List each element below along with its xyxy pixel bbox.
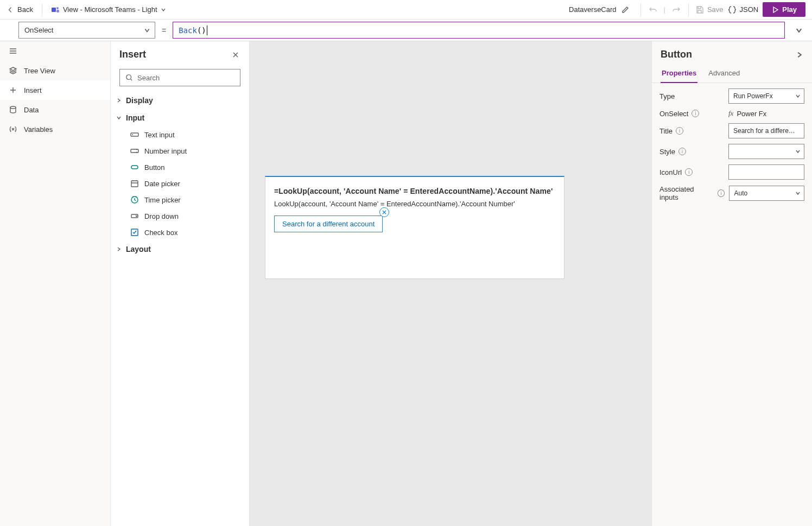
svg-rect-7 (131, 166, 138, 169)
rail-item-data[interactable]: Data (0, 100, 110, 119)
formula-fn: Back (179, 26, 197, 35)
info-icon[interactable]: i (685, 168, 693, 176)
prop-label-onselect: OnSelect (659, 110, 688, 118)
svg-point-4 (126, 75, 131, 80)
calendar-icon (130, 179, 139, 188)
card-subtitle-text[interactable]: LookUp(account, 'Account Name' = Entered… (274, 200, 555, 208)
clock-icon (130, 195, 139, 204)
prop-onselect-value: Power Fx (737, 110, 766, 118)
main-layout: Tree View Insert Data Variables Insert S… (0, 41, 812, 526)
prop-label-title: Title (659, 127, 673, 135)
save-button[interactable]: Save (695, 5, 724, 14)
fx-icon: fx (728, 109, 733, 118)
view-selector[interactable]: View - Microsoft Teams - Light (51, 5, 166, 14)
card-name-editor[interactable]: DataverseCard (569, 5, 633, 14)
play-button[interactable]: Play (763, 2, 805, 17)
rail-item-insert[interactable]: Insert (0, 80, 110, 100)
chevron-down-icon (795, 149, 801, 154)
rail-item-tree-view[interactable]: Tree View (0, 61, 110, 80)
canvas-area[interactable]: =LookUp(account, 'Account Name' = Entere… (250, 41, 651, 526)
text-cursor (207, 26, 207, 35)
checkbox-icon (130, 228, 139, 237)
tab-advanced[interactable]: Advanced (707, 65, 741, 83)
properties-tabs: Properties Advanced (652, 65, 812, 83)
insert-item-button[interactable]: Button (111, 159, 249, 175)
json-button[interactable]: JSON (728, 5, 759, 14)
history-separator: | (662, 5, 668, 14)
prop-label-iconurl: IconUrl (659, 168, 682, 176)
category-label: Input (126, 113, 144, 122)
card-delete-handle[interactable] (379, 207, 389, 217)
info-icon[interactable]: i (676, 127, 683, 135)
card-search-button[interactable]: Search for a different account (274, 216, 383, 232)
view-label: View - Microsoft Teams - Light (63, 5, 157, 14)
insert-item-number-input[interactable]: Number input (111, 143, 249, 159)
formula-input[interactable]: Back() (173, 22, 785, 39)
save-icon (695, 5, 704, 14)
insert-item-label: Time picker (144, 196, 181, 204)
category-label: Layout (126, 245, 151, 254)
layers-icon (9, 66, 17, 75)
card-title-text[interactable]: =LookUp(account, 'Account Name' = Entere… (274, 187, 555, 195)
insert-category-display[interactable]: Display (111, 92, 249, 109)
property-selector[interactable]: OnSelect (18, 22, 155, 39)
chevron-right-icon (116, 246, 122, 252)
text-input-icon (130, 130, 139, 139)
prop-label-associated-inputs: Associated inputs (659, 185, 714, 201)
redo-icon (672, 5, 681, 14)
formula-expand-button[interactable] (790, 22, 808, 39)
play-label: Play (782, 5, 797, 14)
insert-category-layout[interactable]: Layout (111, 240, 249, 258)
rail-item-variables[interactable]: Variables (0, 119, 110, 139)
insert-panel-title: Insert (119, 49, 146, 60)
info-icon[interactable]: i (692, 110, 699, 117)
prop-iconurl-input[interactable] (728, 164, 804, 180)
tab-properties[interactable]: Properties (661, 65, 697, 83)
prop-type-value: Run PowerFx (733, 92, 773, 100)
hamburger-button[interactable] (0, 41, 110, 61)
formula-args: () (197, 26, 206, 35)
undo-button[interactable] (645, 2, 661, 17)
insert-item-label: Number input (144, 147, 187, 155)
insert-item-time-picker[interactable]: Time picker (111, 192, 249, 208)
chevron-right-icon[interactable] (796, 51, 803, 59)
prop-style-dropdown[interactable] (728, 144, 804, 159)
braces-icon (728, 5, 737, 14)
prop-associated-inputs-dropdown[interactable]: Auto (729, 186, 804, 201)
database-icon (9, 105, 17, 114)
top-toolbar: Back View - Microsoft Teams - Light Data… (0, 0, 812, 20)
insert-item-label: Date picker (144, 180, 180, 188)
insert-item-drop-down[interactable]: Drop down (111, 208, 249, 224)
properties-panel-title: Button (661, 49, 692, 60)
card-preview[interactable]: =LookUp(account, 'Account Name' = Entere… (265, 176, 564, 279)
insert-item-check-box[interactable]: Check box (111, 224, 249, 240)
pencil-icon (621, 5, 630, 14)
property-selector-label: OnSelect (24, 26, 53, 34)
info-icon[interactable]: i (678, 148, 686, 155)
properties-panel: Button Properties Advanced Type Run Powe… (651, 41, 812, 526)
svg-rect-2 (56, 10, 59, 12)
rail-item-label: Data (24, 106, 39, 114)
formula-bar: OnSelect = Back() (0, 20, 812, 41)
insert-panel-close-button[interactable] (231, 50, 240, 60)
left-rail: Tree View Insert Data Variables (0, 41, 111, 526)
chevron-down-icon (161, 7, 166, 12)
insert-category-input[interactable]: Input (111, 109, 249, 126)
button-icon (130, 163, 139, 172)
info-icon[interactable]: i (718, 189, 725, 197)
prop-title-input[interactable]: Search for a differe… (728, 123, 804, 138)
insert-item-text-input[interactable]: Text input (111, 126, 249, 143)
insert-search-input[interactable]: Search (119, 69, 240, 86)
prop-title-value: Search for a differe… (733, 127, 795, 135)
prop-assoc-value: Auto (734, 189, 747, 197)
back-button[interactable]: Back (7, 5, 33, 14)
plus-icon (9, 86, 17, 94)
prop-onselect-link[interactable]: fx Power Fx (728, 109, 804, 118)
chevron-right-icon (116, 98, 122, 103)
prop-type-dropdown[interactable]: Run PowerFx (728, 88, 804, 104)
back-label: Back (17, 5, 33, 14)
insert-item-date-picker[interactable]: Date picker (111, 175, 249, 192)
redo-button[interactable] (669, 2, 684, 17)
svg-rect-0 (52, 8, 56, 12)
hamburger-icon (9, 47, 17, 55)
